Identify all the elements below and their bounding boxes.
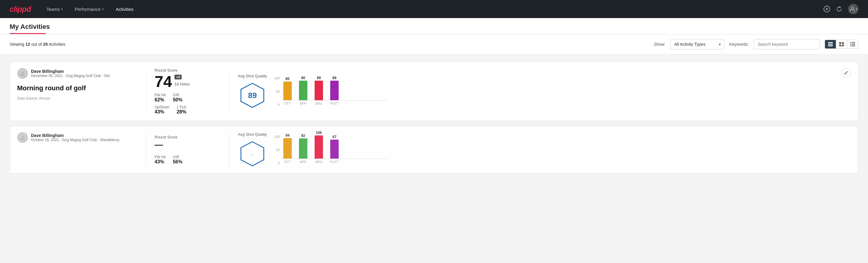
stat-1putt-label: 1 Putt [177, 105, 186, 109]
score-holes: 18 Holes [175, 82, 190, 86]
title-underline [10, 33, 46, 34]
card-info: Dave Billingham October 16, 2021 - Gog M… [17, 132, 137, 167]
hexagon-container: ... [238, 140, 267, 167]
svg-rect-12 [852, 42, 855, 43]
viewing-label: Activities [49, 42, 65, 47]
score-value: — [155, 141, 163, 151]
activity-type-select[interactable]: All Activity Types [671, 39, 724, 49]
svg-rect-10 [842, 45, 844, 46]
keyword-search-input[interactable] [754, 39, 820, 49]
view-compact-list-button[interactable] [825, 40, 836, 49]
hexagon: ... [239, 140, 266, 167]
avg-shot-quality: Avg Shot Quality ... 100 50 0 [238, 132, 388, 167]
svg-rect-9 [839, 45, 841, 46]
card-info: Dave Billingham December 05, 2021 - Gog … [17, 68, 137, 115]
avatar [17, 132, 28, 143]
activity-type-select-wrapper: All Activity Types [671, 39, 724, 49]
stat-fw-hit: FW Hit 43% [155, 155, 166, 165]
view-toggle [825, 40, 858, 49]
mini-stats: FW Hit 62% GIR 50% [155, 93, 221, 103]
bar-value: 106 [316, 130, 322, 135]
bar-x-label: APP [299, 102, 307, 105]
bar-value: 89 [332, 76, 336, 80]
view-grid-button[interactable] [836, 40, 847, 49]
view-list-button[interactable] [847, 40, 858, 49]
bar-group: 89 [315, 76, 323, 100]
bar-chart: 85908989 [281, 77, 388, 100]
page-title: My Activities [10, 23, 858, 31]
avatar [17, 68, 28, 79]
viewing-count-text: Viewing 12 out of 29 Activities [10, 42, 65, 47]
data-source: Data Source: Arccos [17, 96, 137, 100]
nav-teams-label: Teams [46, 7, 60, 12]
round-score-stats: Round Score 74 +4 18 Holes FW Hit 62% GI… [155, 68, 221, 115]
nav-teams[interactable]: Teams ▾ [45, 7, 64, 12]
avg-shot-quality: Avg Shot Quality 89 100 50 [238, 68, 388, 115]
refresh-button[interactable] [836, 6, 842, 12]
card-divider [146, 68, 146, 115]
stat-fw-hit-value: 43% [155, 159, 166, 165]
activity-card: Dave Billingham October 16, 2021 - Gog M… [10, 126, 858, 174]
user-avatar-button[interactable]: ▾ [848, 4, 858, 14]
mini-stats-2: Up/Down 43% 1 Putt 28% [155, 105, 221, 115]
stat-gir-value: 56% [173, 159, 183, 165]
score-value: 74 [155, 74, 172, 89]
nav-activities[interactable]: Activities [115, 7, 135, 12]
round-score-stats: Round Score — FW Hit 43% GIR 56% [155, 132, 221, 167]
stat-gir-value: 50% [173, 97, 183, 103]
svg-point-17 [21, 71, 24, 74]
hexagon-value: ... [251, 151, 254, 156]
user-name: Dave Billingham [31, 133, 119, 138]
user-row: Dave Billingham October 16, 2021 - Gog M… [17, 132, 137, 143]
bar-x-label: ARG [315, 102, 323, 105]
chart-y-labels: 100 50 0 [274, 77, 280, 107]
stat-1putt: 1 Putt 28% [177, 105, 186, 115]
svg-rect-13 [850, 44, 851, 45]
mini-stats: FW Hit 43% GIR 56% [155, 155, 221, 165]
bar-chart: 949210687 [281, 135, 388, 159]
bar-group: 106 [315, 130, 323, 158]
round-score-row: 74 +4 18 Holes [155, 74, 221, 89]
bar [315, 81, 323, 100]
add-button[interactable] [824, 6, 830, 12]
svg-rect-7 [839, 42, 841, 44]
svg-rect-5 [828, 44, 833, 45]
card-divider [146, 132, 146, 167]
edit-button[interactable] [841, 68, 851, 78]
bar-x-label: OTT [283, 160, 292, 164]
stat-updown-value: 43% [155, 109, 169, 115]
y-label-100: 100 [274, 135, 280, 139]
bar-group: 92 [299, 134, 307, 158]
user-date: December 05, 2021 - Gog Magog Golf Club … [31, 74, 110, 78]
svg-rect-8 [842, 42, 844, 44]
nav-performance[interactable]: Performance ▾ [74, 7, 105, 12]
stat-gir-label: GIR [173, 155, 183, 159]
bar-x-label: APP [299, 160, 307, 164]
y-label-0: 0 [274, 161, 280, 165]
bar-value: 90 [301, 76, 305, 80]
bar [315, 136, 323, 158]
activities-list: Dave Billingham December 05, 2021 - Gog … [0, 55, 868, 181]
viewing-total: 29 [43, 42, 48, 47]
stat-fw-hit-label: FW Hit [155, 93, 166, 97]
bar-value: 89 [317, 76, 320, 80]
bar [299, 81, 307, 100]
bar [330, 81, 339, 100]
bar [299, 139, 307, 158]
hexagon-container: 89 [238, 82, 267, 109]
nav-teams-chevron: ▾ [61, 7, 63, 11]
svg-rect-16 [852, 46, 855, 46]
filter-bar: Viewing 12 out of 29 Activities Show: Al… [0, 34, 868, 55]
stat-gir: GIR 50% [173, 93, 183, 103]
bar-x-label: ARG [315, 160, 323, 164]
hexagon-value: 89 [248, 91, 257, 100]
stat-fw-hit-label: FW Hit [155, 155, 166, 159]
stat-updown: Up/Down 43% [155, 105, 169, 115]
user-name: Dave Billingham [31, 69, 110, 74]
round-score-label: Round Score [155, 135, 221, 139]
svg-rect-6 [828, 46, 833, 46]
user-date: October 16, 2021 - Gog Magog Golf Club -… [31, 138, 119, 142]
navigation: clippd Teams ▾ Performance ▾ Activities [0, 0, 868, 18]
y-label-50: 50 [274, 90, 280, 93]
nav-activities-label: Activities [116, 7, 133, 12]
